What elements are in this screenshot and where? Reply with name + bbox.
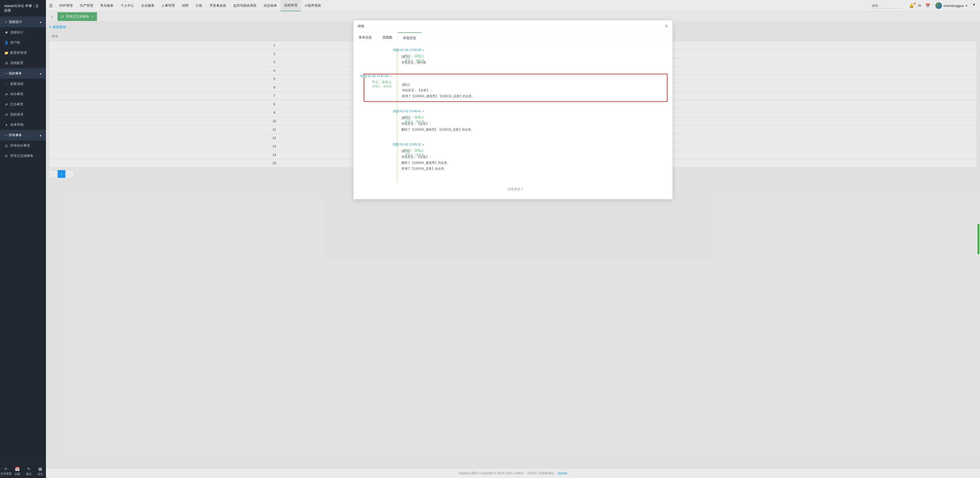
menu-item-label: 已办事宜 (10, 102, 24, 106)
timeline-node-box: 节点：审批人 审批人：陈冬瓜 (404, 115, 425, 124)
sidebar-item[interactable]: 📁配置类管理 (0, 48, 46, 58)
menu-item-icon: ◌ (5, 82, 8, 86)
timeline-item: 2022-01-02 13:46:41▼ 节点：审批人 审批人：陈冬瓜 [通过]… (397, 110, 665, 143)
modal-tab[interactable]: 审批历史 (398, 32, 422, 43)
footer-item-label: 笔记 (26, 472, 32, 475)
timeline-line: 新增了【100016_孟新】的会签。 (401, 166, 665, 172)
menu-item-icon: 👤 (5, 41, 8, 44)
sidebar-item[interactable]: ⇄我的请求 (0, 110, 46, 120)
close-icon[interactable]: ✕ (665, 24, 668, 29)
modal-tabs: 基本信息流程图审批历史 (353, 32, 673, 43)
main-area: ☰ ERP管理生产管理售后服务个人中心企业服务人事管理招聘行政开发者桌面监控与报… (46, 0, 980, 478)
menu-item-label: 流程设计 (10, 30, 24, 35)
menu-item-label: 新建流程 (10, 82, 24, 86)
timeline-item: 2022-01-02 13:47:04▼ 节点：审批人 审批人：陈冬瓜 [通过]… (364, 74, 667, 102)
timeline-dot-icon (396, 49, 398, 52)
menu-item-label: 配置类管理 (10, 51, 27, 55)
menu-group-title[interactable]: ⋯ 我的事务▲ (0, 68, 46, 79)
menu-item-label: 用户组 (10, 40, 20, 45)
menu-item-icon: ♦ (5, 123, 8, 127)
timeline-approver: 审批人：诸葛亮 (404, 59, 425, 62)
timeline-node-box: 节点：审批人 审批人：诸葛亮 (404, 54, 425, 62)
footer-item-label: 文件管理 (0, 472, 11, 475)
menu-item-label: 流程配置 (10, 61, 24, 65)
sidebar-footer-item[interactable]: ▦论坛 (35, 464, 46, 478)
sidebar-item[interactable]: 👤用户组 (0, 38, 46, 48)
footer-item-icon: ≡ (0, 467, 11, 471)
sidebar-item[interactable]: ✱流程设计 (0, 27, 46, 38)
sidebar-item[interactable]: ♦表单草稿 (0, 120, 46, 130)
timeline-line: 新增了【100004_诸葛亮】【100016_孟新】的会签。 (402, 93, 664, 99)
sidebar-item[interactable]: ⚖所有待办事宜 (0, 141, 46, 151)
modal-overlay: 详情 ✕ 基本信息流程图审批历史 2022-01-02 13:50:09▼ 节点… (46, 0, 980, 478)
timeline-node-box: 节点：审批人 审批人：陈冬瓜 (404, 148, 425, 157)
modal-title: 详情 (358, 24, 364, 29)
timeline-item: 2022-01-02 13:50:09▼ 节点：审批人 审批人：诸葛亮 [通过]… (397, 48, 665, 76)
menu-item-label: 所有待办事宜 (10, 143, 30, 148)
chevron-down-icon[interactable]: ▼ (422, 110, 425, 113)
sidebar-header: skyeye云办公 作者：卫志强 (0, 0, 46, 17)
sidebar-footer-item[interactable]: ✎笔记 (23, 464, 35, 478)
timeline-line: 审批意见：请问饿 (401, 60, 665, 65)
timeline-dot-icon (396, 110, 398, 113)
timeline-node-title: 节点：审批人 (404, 148, 425, 153)
modal-tab[interactable]: 基本信息 (353, 32, 377, 43)
menu-item-icon: ⇄ (5, 103, 8, 106)
menu-group-title[interactable]: ⌂ 流程设计▲ (0, 17, 46, 27)
menu-item-icon: ⇄ (5, 92, 8, 96)
menu-item-label: 我的请求 (10, 112, 24, 117)
modal-body: 2022-01-02 13:50:09▼ 节点：审批人 审批人：诸葛亮 [通过]… (353, 43, 673, 199)
footer-item-icon: ✎ (23, 467, 35, 472)
timeline-node-title: 节点：审批人 (372, 80, 392, 84)
timeline-node-title: 节点：审批人 (404, 115, 425, 120)
scrollbar-indicator[interactable] (977, 224, 980, 254)
sidebar-menu: ⌂ 流程设计▲✱流程设计👤用户组📁配置类管理⊟流程配置⋯ 我的事务▲◌新建流程⇄… (0, 17, 46, 464)
timeline-approver: 审批人：陈冬瓜 (404, 120, 425, 124)
timeline-approver: 审批人：陈冬瓜 (372, 84, 392, 88)
menu-item-icon: ⊟ (5, 61, 8, 65)
footer-item-label: 论坛 (38, 472, 43, 475)
timeline-line: 审批意见：【会签】： (402, 87, 664, 93)
menu-item-icon: ⇄ (5, 113, 8, 117)
sidebar-footer-item[interactable]: 📅日程 (11, 464, 23, 478)
timeline: 2022-01-02 13:50:09▼ 节点：审批人 审批人：诸葛亮 [通过]… (366, 48, 665, 182)
timeline-node-title: 节点：审批人 (404, 54, 425, 59)
timeline-line: 删除了【100004_诸葛亮】的会签。 (401, 160, 665, 166)
timeline-content: [通过] 审批意见：【会签】：删除了【100004_诸葛亮】的会签。新增了【10… (397, 143, 665, 172)
timeline-line: 删除了【100004_诸葛亮】【100016_孟新】的会签。 (401, 127, 665, 133)
sidebar-item[interactable]: ⇄已办事宜 (0, 99, 46, 110)
modal-tab[interactable]: 流程图 (377, 32, 398, 43)
chevron-down-icon[interactable]: ▼ (422, 143, 425, 146)
chevron-up-icon: ▲ (39, 21, 42, 24)
menu-item-icon: ⚖ (5, 144, 8, 148)
timeline-content: [通过] 审批意见：【会签】：新增了【100004_诸葛亮】【100016_孟新… (397, 76, 664, 99)
timeline-line: 审批意见：【会签】： (401, 121, 665, 127)
timeline-approver: 审批人：陈冬瓜 (404, 153, 425, 157)
sidebar-footer-item[interactable]: ≡文件管理 (0, 464, 11, 478)
chevron-down-icon[interactable]: ▼ (422, 49, 425, 51)
timeline-dot-icon (363, 75, 366, 78)
chevron-down-icon[interactable]: ▼ (390, 75, 392, 78)
menu-item-icon: ✱ (5, 30, 8, 35)
footer-item-icon: 📅 (11, 467, 23, 472)
sidebar-item[interactable]: ⇄待办事宜 (0, 89, 46, 99)
footer-item-label: 日程 (14, 472, 20, 475)
menu-item-icon: ⚖ (5, 154, 8, 158)
timeline-content: [通过] 审批意见：请问饿 (397, 48, 665, 65)
modal-header: 详情 ✕ (353, 21, 673, 32)
timeline-status: [通过] (401, 54, 665, 60)
timeline-status: [通过] (401, 115, 665, 121)
footer-item-icon: ▦ (35, 467, 46, 472)
menu-item-label: 待办事宜 (10, 92, 24, 97)
menu-group-title[interactable]: ⋯ 所有事务▲ (0, 130, 46, 141)
sidebar-item[interactable]: ⊟流程配置 (0, 58, 46, 68)
menu-item-icon: 📁 (5, 51, 8, 55)
menu-item-label: 表单草稿 (10, 122, 24, 127)
sidebar-item[interactable]: ⚖所有已完成事务 (0, 151, 46, 161)
timeline-status: [通过] (402, 82, 664, 88)
sidebar-item[interactable]: ◌新建流程 (0, 79, 46, 89)
menu-item-label: 所有已完成事务 (10, 154, 33, 158)
chevron-up-icon: ▲ (39, 134, 42, 137)
timeline-line: 审批意见：【会签】： (401, 154, 665, 160)
timeline-item: 2022-01-02 13:45:12▼ 节点：审批人 审批人：陈冬瓜 [通过]… (397, 143, 665, 182)
